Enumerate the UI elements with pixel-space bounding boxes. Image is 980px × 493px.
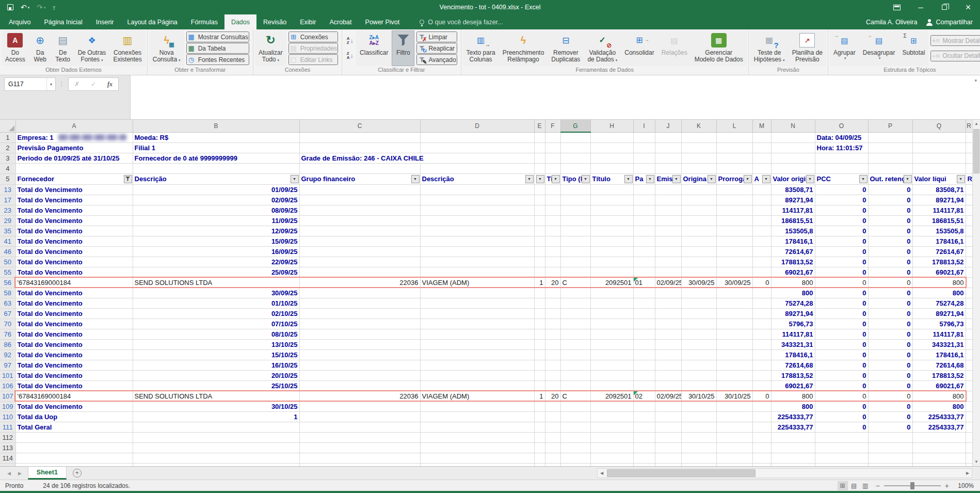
cell-L63[interactable] <box>716 298 752 308</box>
cell-D107[interactable]: VIAGEM (ADM) <box>420 391 534 401</box>
tab-pagina-inicial[interactable]: Página Inicial <box>37 14 89 29</box>
cell-G101[interactable] <box>560 370 590 380</box>
cell-L106[interactable] <box>716 380 752 391</box>
cell-P97[interactable]: 0 <box>868 360 912 370</box>
row-header-67[interactable]: 67 <box>0 308 15 319</box>
scroll-down-icon[interactable]: ▼ <box>973 458 980 466</box>
cell-B13[interactable]: 01/09/25 <box>133 184 299 195</box>
cell-J55[interactable] <box>655 267 681 277</box>
row-header-2[interactable]: 2 <box>0 142 15 153</box>
cell-B106[interactable]: 25/10/25 <box>133 380 299 391</box>
cell-J70[interactable] <box>655 319 681 329</box>
cell-Q2[interactable] <box>912 142 966 153</box>
filter-dropdown-icon[interactable]: ▼ <box>536 175 544 183</box>
cell-I17[interactable] <box>633 195 655 205</box>
cell-H113[interactable] <box>590 442 633 453</box>
cell-P101[interactable]: 0 <box>868 370 912 380</box>
formula-input[interactable]: ▾ <box>130 75 980 119</box>
cell-R50[interactable] <box>966 257 972 267</box>
cell-F111[interactable] <box>545 422 560 432</box>
cell-K97[interactable] <box>681 360 716 370</box>
cell-O29[interactable]: 0 <box>815 215 868 226</box>
name-box[interactable]: G117 ▼ <box>4 77 56 91</box>
cell-F67[interactable] <box>545 308 560 319</box>
cell-O112[interactable] <box>815 432 868 442</box>
cell-M23[interactable] <box>752 205 771 215</box>
conexoes-existentes-button[interactable]: ▥ConexõesExistentes <box>109 30 145 66</box>
cell-P46[interactable]: 0 <box>868 246 912 257</box>
cell-E23[interactable] <box>534 205 545 215</box>
cell-M63[interactable] <box>752 298 771 308</box>
cell-Q29[interactable]: 186815,51 <box>912 215 966 226</box>
cell-H92[interactable] <box>590 349 633 360</box>
row-header-113[interactable]: 113 <box>0 442 15 453</box>
cell-H58[interactable] <box>590 288 633 298</box>
sheet-nav-left-icon[interactable]: ◀ <box>7 471 11 476</box>
column-header-F[interactable]: F <box>545 120 560 132</box>
cell-K56[interactable]: 30/09/25 <box>681 277 716 288</box>
cell-L110[interactable] <box>716 411 752 422</box>
cell-A56[interactable]: '67843169000184 <box>15 277 133 288</box>
cell-R76[interactable] <box>966 329 972 339</box>
cell-A110[interactable]: Total da Uop <box>15 411 133 422</box>
cell-Q113[interactable] <box>912 442 966 453</box>
cell-H67[interactable] <box>590 308 633 319</box>
filter-header-r-R[interactable]: R <box>966 173 972 184</box>
cell-A23[interactable]: Total do Vencimento <box>15 205 133 215</box>
cell-E97[interactable] <box>534 360 545 370</box>
cell-L4[interactable] <box>716 163 752 173</box>
cell-H46[interactable] <box>590 246 633 257</box>
cell-R63[interactable] <box>966 298 972 308</box>
cell-O111[interactable]: 0 <box>815 422 868 432</box>
cell-I97[interactable] <box>633 360 655 370</box>
cell-G109[interactable] <box>560 401 590 411</box>
filter-dropdown-icon[interactable]: ▼ <box>552 175 560 183</box>
cell-N109[interactable]: 800 <box>771 401 815 411</box>
cell-L1[interactable] <box>716 132 752 142</box>
cell-N3[interactable] <box>771 153 815 163</box>
cell-G41[interactable] <box>560 236 590 246</box>
cell-G50[interactable] <box>560 257 590 267</box>
cell-G58[interactable] <box>560 288 590 298</box>
name-box-dropdown-icon[interactable]: ▼ <box>46 78 55 90</box>
cell-B113[interactable] <box>133 442 299 453</box>
cell-K50[interactable] <box>681 257 716 267</box>
cell-D92[interactable] <box>420 349 534 360</box>
cell-M50[interactable] <box>752 257 771 267</box>
cell-J58[interactable] <box>655 288 681 298</box>
tab-layout-da-pagina[interactable]: Layout da Página <box>120 14 184 29</box>
tell-me-search[interactable]: O que você deseja fazer... <box>420 14 503 29</box>
normal-view-icon[interactable]: ⊞ <box>838 481 848 490</box>
cell-J111[interactable] <box>655 422 681 432</box>
agrupar-button[interactable]: ▤Agrupar▾ <box>830 30 859 66</box>
filter-header-valor-origin-N[interactable]: Valor origin▼ <box>771 173 815 184</box>
cell-I3[interactable] <box>633 153 655 163</box>
filter-dropdown-icon[interactable]: ▼ <box>582 175 590 183</box>
mostrar-consultas-button[interactable]: ▦Mostrar Consultas <box>186 31 249 42</box>
cell-F35[interactable] <box>545 226 560 236</box>
cell-K58[interactable] <box>681 288 716 298</box>
row-header-56[interactable]: 56 <box>0 277 15 288</box>
cell-I13[interactable] <box>633 184 655 195</box>
cell-Q13[interactable]: 83508,71 <box>912 184 966 195</box>
cell-J3[interactable] <box>655 153 681 163</box>
cell-H3[interactable] <box>590 153 633 163</box>
cell-J41[interactable] <box>655 236 681 246</box>
cell-J112[interactable] <box>655 432 681 442</box>
cell-J46[interactable] <box>655 246 681 257</box>
row-header-4[interactable]: 4 <box>0 163 15 173</box>
cell-K13[interactable] <box>681 184 716 195</box>
cell-L29[interactable] <box>716 215 752 226</box>
cell-L114[interactable] <box>716 453 752 463</box>
cell-F29[interactable] <box>545 215 560 226</box>
customize-qat-button[interactable]: ▿̱ <box>53 5 56 10</box>
cell-C97[interactable] <box>299 360 420 370</box>
cell-N111[interactable]: 2254333,77 <box>771 422 815 432</box>
user-name[interactable]: Camila A. Oliveira <box>866 19 917 26</box>
row-header-76[interactable]: 76 <box>0 329 15 339</box>
cell-R29[interactable] <box>966 215 972 226</box>
row-header-111[interactable]: 111 <box>0 422 15 432</box>
cell-N29[interactable]: 186815,51 <box>771 215 815 226</box>
cell-I29[interactable] <box>633 215 655 226</box>
cell-K17[interactable] <box>681 195 716 205</box>
